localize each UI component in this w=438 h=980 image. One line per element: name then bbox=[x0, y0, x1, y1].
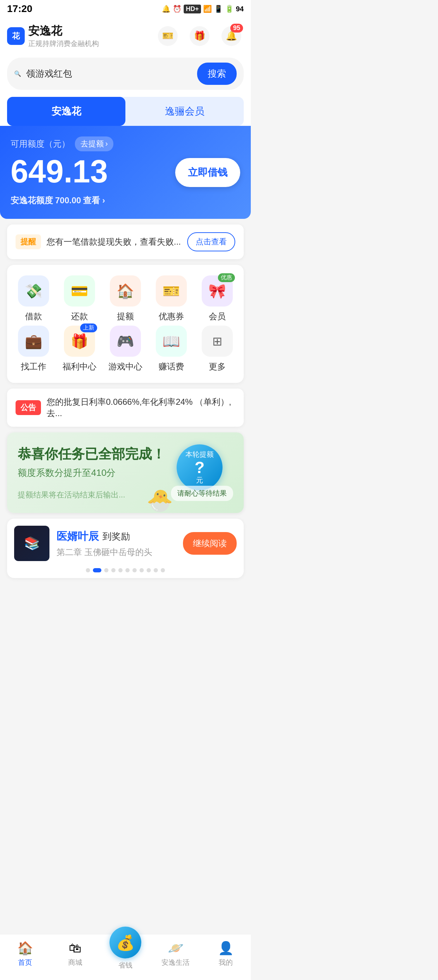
mine-icon: 👤 bbox=[218, 941, 234, 956]
nav-home-label: 首页 bbox=[18, 958, 32, 967]
dot-10 bbox=[154, 568, 158, 573]
novel-dots bbox=[7, 568, 244, 578]
menu-label-job: 找工作 bbox=[21, 361, 46, 372]
status-bar: 17:20 🔔 ⏰ HD+ 📶 📱 🔋 94 bbox=[0, 0, 251, 18]
mission-banner[interactable]: 恭喜你任务已全部完成！ 额度系数分提升至410分 提额结果将在活动结束后输出..… bbox=[7, 433, 244, 513]
tab-yili-member[interactable]: 逸骊会员 bbox=[125, 97, 244, 126]
notification-badge: 95 bbox=[230, 24, 243, 32]
novel-read-button[interactable]: 继续阅读 bbox=[183, 532, 236, 555]
dot-6 bbox=[125, 568, 130, 573]
raise-icon: 🏠 bbox=[117, 283, 134, 299]
header-icons: 🎫 🎁 🔔 95 bbox=[156, 24, 244, 48]
nav-home[interactable]: 🏠 首页 bbox=[0, 938, 50, 973]
more-icon-wrap: ⊞ bbox=[202, 326, 233, 357]
dot-4 bbox=[111, 568, 116, 573]
game-icon: 🎮 bbox=[117, 333, 134, 350]
bottom-nav: 🏠 首页 🛍 商城 💰 省钱 🪐 安逸生活 👤 我的 bbox=[0, 934, 251, 980]
menu-item-job[interactable]: 💼 找工作 bbox=[14, 326, 53, 372]
search-input[interactable] bbox=[26, 68, 192, 79]
main-tabs: 安逸花 逸骊会员 bbox=[7, 97, 244, 126]
dot-5 bbox=[118, 568, 122, 573]
logo-area: 花 安逸花 正规持牌消费金融机构 bbox=[7, 23, 99, 48]
save-center-icon: 💰 bbox=[110, 927, 141, 958]
notification-icon: 🔔 bbox=[162, 5, 171, 13]
notice-tag: 公告 bbox=[16, 400, 41, 415]
gift-button[interactable]: 🎁 bbox=[187, 24, 212, 48]
earn-icon-wrap: 📖 bbox=[156, 326, 187, 357]
search-input-wrap: 🔍 搜索 bbox=[7, 57, 244, 90]
sign-in-button[interactable]: 🎫 bbox=[156, 24, 180, 48]
credit-amount: 649.13 bbox=[11, 154, 108, 189]
menu-label-repay: 还款 bbox=[71, 311, 88, 322]
notice-text: 您的批复日利率0.0666%,年化利率24% （单利）,去... bbox=[47, 396, 235, 419]
novel-title-row: 医婿叶辰 到奖励 bbox=[57, 529, 176, 544]
borrow-button[interactable]: 立即借钱 bbox=[175, 158, 240, 187]
menu-item-member[interactable]: 🎀 优惠 会员 bbox=[198, 275, 236, 322]
logo-subtitle: 正规持牌消费金融机构 bbox=[28, 39, 99, 48]
nav-save[interactable]: 💰 省钱 bbox=[100, 934, 151, 973]
novel-banner: 📚 医婿叶辰 到奖励 第二章 玉佛砸中岳母的头 继续阅读 bbox=[7, 519, 244, 578]
battery-icon: 🔋 bbox=[225, 5, 234, 13]
menu-label-more: 更多 bbox=[209, 361, 226, 372]
menu-label-earn: 赚话费 bbox=[159, 361, 184, 372]
nav-life-label: 安逸生活 bbox=[162, 958, 190, 967]
life-icon: 🪐 bbox=[168, 941, 184, 956]
member-icon-wrap: 🎀 优惠 bbox=[202, 275, 233, 307]
dot-1 bbox=[86, 568, 90, 573]
menu-item-coupon[interactable]: 🎫 优惠券 bbox=[152, 275, 191, 322]
nav-mine[interactable]: 👤 我的 bbox=[201, 938, 251, 973]
nav-mine-label: 我的 bbox=[219, 958, 233, 967]
menu-label-borrow: 借款 bbox=[25, 311, 42, 322]
dot-11 bbox=[161, 568, 165, 573]
menu-item-repay[interactable]: 💳 还款 bbox=[60, 275, 99, 322]
status-icons: 🔔 ⏰ HD+ 📶 📱 🔋 94 bbox=[162, 5, 244, 13]
nav-save-label: 省钱 bbox=[118, 961, 132, 970]
dot-3 bbox=[104, 568, 108, 573]
novel-cover-icon: 📚 bbox=[24, 536, 40, 551]
wifi-icon: 📶 bbox=[203, 5, 212, 13]
notification-button[interactable]: 🔔 95 bbox=[219, 24, 244, 48]
menu-item-raise[interactable]: 🏠 提额 bbox=[106, 275, 145, 322]
credit-sub: 安逸花额度 700.00 查看 › bbox=[11, 195, 108, 206]
alert-tag: 提醒 bbox=[16, 234, 41, 249]
menu-label-member: 会员 bbox=[209, 311, 226, 322]
logo-icon: 花 bbox=[7, 27, 25, 45]
borrow-icon: 💸 bbox=[25, 283, 42, 299]
welfare-icon-wrap: 🎁 上新 bbox=[64, 326, 95, 357]
hd-icon: HD+ bbox=[184, 5, 201, 13]
alert-text: 您有一笔借款提现失败，查看失败... bbox=[47, 236, 182, 248]
credit-label: 可用额度（元） 去提额 › bbox=[11, 137, 240, 151]
search-button[interactable]: 搜索 bbox=[197, 62, 236, 85]
withdraw-button[interactable]: 去提额 › bbox=[75, 137, 113, 151]
menu-label-raise: 提额 bbox=[117, 311, 134, 322]
menu-label-coupon: 优惠券 bbox=[159, 311, 184, 322]
gift-icon: 🎁 bbox=[190, 26, 209, 46]
menu-item-earn[interactable]: 📖 赚话费 bbox=[152, 326, 191, 372]
credit-card: 可用额度（元） 去提额 › 649.13 安逸花额度 700.00 查看 › 立… bbox=[0, 126, 251, 219]
nav-life[interactable]: 🪐 安逸生活 bbox=[151, 938, 201, 973]
dot-8 bbox=[140, 568, 144, 573]
alert-view-button[interactable]: 点击查看 bbox=[187, 232, 235, 251]
notice-banner: 公告 您的批复日利率0.0666%,年化利率24% （单利）,去... bbox=[7, 388, 244, 427]
menu-item-game[interactable]: 🎮 游戏中心 bbox=[106, 326, 145, 372]
menu-label-welfare: 福利中心 bbox=[62, 361, 97, 372]
search-bar-container: 🔍 搜索 bbox=[0, 54, 251, 97]
novel-cover: 📚 bbox=[14, 526, 49, 561]
coupon-icon: 🎫 bbox=[162, 283, 180, 299]
menu-item-welfare[interactable]: 🎁 上新 福利中心 bbox=[60, 326, 99, 372]
mission-wait-button[interactable]: 请耐心等待结果 bbox=[171, 486, 233, 501]
sign-in-icon: 🎫 bbox=[158, 26, 178, 46]
borrow-icon-wrap: 💸 bbox=[18, 275, 49, 307]
menu-item-more[interactable]: ⊞ 更多 bbox=[198, 326, 236, 372]
nav-shop[interactable]: 🛍 商城 bbox=[50, 938, 100, 973]
menu-row-2: 💼 找工作 🎁 上新 福利中心 🎮 游戏中心 📖 赚话费 ⊞ bbox=[11, 326, 240, 372]
credit-card-section: 安逸花 逸骊会员 可用额度（元） 去提额 › 649.13 安逸花额度 700.… bbox=[0, 97, 251, 219]
tab-anyihua[interactable]: 安逸花 bbox=[7, 97, 125, 126]
status-time: 17:20 bbox=[7, 3, 32, 14]
save-icon: 💰 bbox=[116, 934, 135, 951]
novel-content: 📚 医婿叶辰 到奖励 第二章 玉佛砸中岳母的头 继续阅读 bbox=[7, 519, 244, 568]
menu-item-borrow[interactable]: 💸 借款 bbox=[14, 275, 53, 322]
logo-info: 安逸花 正规持牌消费金融机构 bbox=[28, 23, 99, 48]
dot-9 bbox=[147, 568, 151, 573]
more-icon: ⊞ bbox=[212, 334, 222, 348]
